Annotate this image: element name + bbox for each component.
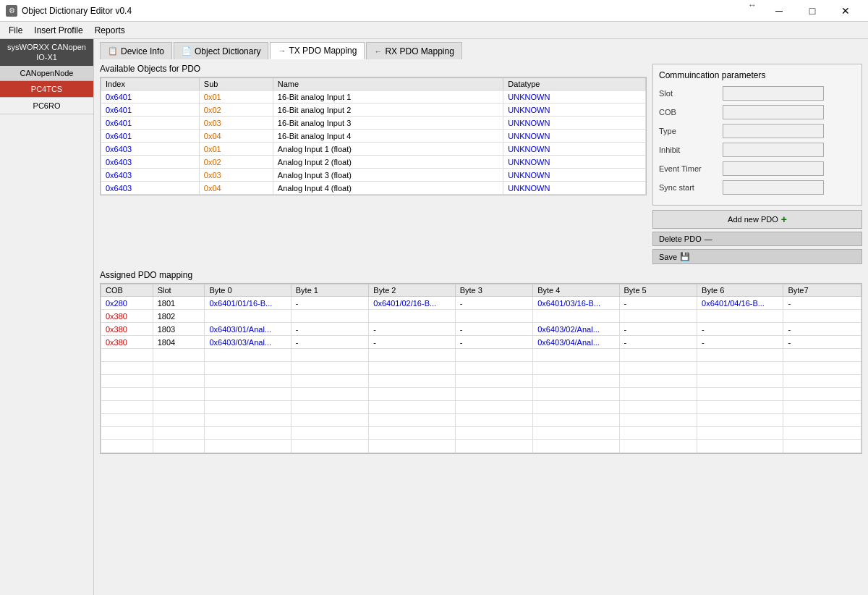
ao-sub: 0x02 bbox=[199, 156, 273, 169]
delete-pdo-button[interactable]: Delete PDO — bbox=[652, 232, 862, 246]
menu-bar: File Insert Profile Reports bbox=[0, 22, 868, 39]
slot-input[interactable] bbox=[723, 86, 824, 101]
ao-datatype: UNKNOWN bbox=[503, 90, 646, 104]
ao-sub: 0x04 bbox=[199, 130, 273, 143]
assigned-pdo-row[interactable] bbox=[101, 427, 861, 440]
available-object-row[interactable]: 0x6403 0x04 Analog Input 4 (float) UNKNO… bbox=[101, 182, 646, 195]
sync-start-input[interactable] bbox=[723, 180, 824, 195]
sidebar: sysWORXX CANopen IO-X1 CANopenNode PC4TC… bbox=[0, 39, 94, 595]
tx-pdo-icon: → bbox=[278, 46, 286, 55]
assigned-pdo-row[interactable] bbox=[101, 362, 861, 375]
ao-sub: 0x03 bbox=[199, 169, 273, 182]
save-icon: 💾 bbox=[680, 252, 690, 261]
ao-datatype: UNKNOWN bbox=[503, 156, 646, 169]
ap-slot: 1803 bbox=[153, 323, 205, 336]
menu-insert-profile[interactable]: Insert Profile bbox=[28, 24, 88, 37]
assigned-pdo-row[interactable] bbox=[101, 414, 861, 427]
assigned-pdo-row[interactable] bbox=[101, 388, 861, 401]
assigned-pdo-container: COBSlotByte 0Byte 1Byte 2Byte 3Byte 4Byt… bbox=[100, 283, 862, 454]
assigned-pdo-row[interactable]: 0x380 1804 0x6403/03/Anal... - - - 0x640… bbox=[101, 336, 861, 349]
add-new-pdo-button[interactable]: Add new PDO + bbox=[652, 210, 862, 229]
assigned-pdo-col-header: Byte 1 bbox=[291, 284, 369, 297]
ao-name: Analog Input 1 (float) bbox=[273, 143, 503, 156]
assigned-pdo-row[interactable] bbox=[101, 349, 861, 362]
cob-input[interactable] bbox=[723, 105, 824, 119]
ao-datatype: UNKNOWN bbox=[503, 104, 646, 117]
app-icon: ⚙ bbox=[6, 5, 17, 17]
ap-byte3: - bbox=[455, 323, 533, 336]
ao-index: 0x6401 bbox=[101, 117, 200, 130]
available-object-row[interactable]: 0x6401 0x01 16-Bit analog Input 1 UNKNOW… bbox=[101, 90, 646, 104]
ap-byte4: 0x6401/03/16-B... bbox=[533, 297, 619, 310]
available-object-row[interactable]: 0x6403 0x02 Analog Input 2 (float) UNKNO… bbox=[101, 156, 646, 169]
ao-index: 0x6403 bbox=[101, 182, 200, 195]
resize-icon: ↔ bbox=[748, 0, 757, 22]
param-row-cob: COB bbox=[659, 105, 856, 119]
ap-byte7: - bbox=[783, 323, 861, 336]
assigned-pdo-section: Assigned PDO mapping COBSlotByte 0Byte 1… bbox=[100, 270, 862, 454]
available-object-row[interactable]: 0x6403 0x01 Analog Input 1 (float) UNKNO… bbox=[101, 143, 646, 156]
assigned-pdo-row[interactable] bbox=[101, 375, 861, 388]
device-label: sysWORXX CANopen IO-X1 bbox=[0, 39, 93, 66]
assigned-pdo-col-header: Byte 2 bbox=[369, 284, 455, 297]
tab-rx-pdo-mapping[interactable]: ← RX PDO Mapping bbox=[366, 42, 461, 59]
ap-byte1: - bbox=[291, 336, 369, 349]
assigned-pdo-col-header: Byte7 bbox=[783, 284, 861, 297]
assigned-pdo-title: Assigned PDO mapping bbox=[100, 270, 862, 280]
ao-index: 0x6403 bbox=[101, 169, 200, 182]
menu-file[interactable]: File bbox=[3, 24, 28, 37]
available-object-row[interactable]: 0x6401 0x03 16-Bit analog Input 3 UNKNOW… bbox=[101, 117, 646, 130]
ao-datatype: UNKNOWN bbox=[503, 130, 646, 143]
sync-start-label: Sync start bbox=[659, 183, 717, 192]
available-objects-wrap: Available Objects for PDO Index Sub Name… bbox=[100, 64, 647, 264]
ap-byte2: 0x6401/02/16-B... bbox=[369, 297, 455, 310]
col-sub: Sub bbox=[199, 78, 273, 90]
ao-index: 0x6401 bbox=[101, 90, 200, 104]
assigned-pdo-row[interactable] bbox=[101, 440, 861, 453]
cob-label: COB bbox=[659, 108, 717, 117]
available-object-row[interactable]: 0x6403 0x03 Analog Input 3 (float) UNKNO… bbox=[101, 169, 646, 182]
available-object-row[interactable]: 0x6401 0x04 16-Bit analog Input 4 UNKNOW… bbox=[101, 130, 646, 143]
ao-sub: 0x01 bbox=[199, 143, 273, 156]
close-button[interactable]: ✕ bbox=[829, 0, 862, 22]
param-row-type: Type bbox=[659, 124, 856, 138]
save-label: Save bbox=[659, 253, 677, 261]
available-objects-title: Available Objects for PDO bbox=[100, 64, 647, 74]
tab-device-info[interactable]: 📋 Device Info bbox=[100, 42, 172, 59]
ap-byte1: - bbox=[291, 323, 369, 336]
type-label: Type bbox=[659, 127, 717, 135]
ap-byte6: - bbox=[697, 323, 783, 336]
assigned-pdo-row[interactable]: 0x380 1802 bbox=[101, 310, 861, 323]
assigned-pdo-col-header: Byte 5 bbox=[619, 284, 697, 297]
ao-name: 16-Bit analog Input 4 bbox=[273, 130, 503, 143]
ao-datatype: UNKNOWN bbox=[503, 182, 646, 195]
sidebar-item-pc6ro[interactable]: PC6RO bbox=[0, 98, 93, 114]
ap-byte3: - bbox=[455, 297, 533, 310]
param-row-sync-start: Sync start bbox=[659, 180, 856, 195]
assigned-pdo-row[interactable]: 0x380 1803 0x6403/01/Anal... - - - 0x640… bbox=[101, 323, 861, 336]
assigned-pdo-row[interactable]: 0x280 1801 0x6401/01/16-B... - 0x6401/02… bbox=[101, 297, 861, 310]
ao-sub: 0x04 bbox=[199, 182, 273, 195]
sidebar-item-pc4tcs[interactable]: PC4TCS bbox=[0, 81, 93, 98]
ap-slot: 1804 bbox=[153, 336, 205, 349]
buttons-row: Add new PDO + Delete PDO — Save 💾 bbox=[652, 210, 862, 264]
col-datatype: Datatype bbox=[503, 78, 646, 90]
assigned-pdo-row[interactable] bbox=[101, 401, 861, 414]
menu-reports[interactable]: Reports bbox=[89, 24, 131, 37]
rx-pdo-icon: ← bbox=[374, 47, 382, 56]
minimize-button[interactable]: ─ bbox=[762, 0, 796, 22]
ap-byte0: 0x6403/01/Anal... bbox=[205, 323, 291, 336]
ao-sub: 0x02 bbox=[199, 104, 273, 117]
inhibit-input[interactable] bbox=[723, 143, 824, 157]
maximize-button[interactable]: □ bbox=[796, 0, 829, 22]
inhibit-label: Inhibit bbox=[659, 145, 717, 154]
type-input[interactable] bbox=[723, 124, 824, 138]
event-timer-input[interactable] bbox=[723, 161, 824, 176]
ap-byte0: 0x6401/01/16-B... bbox=[205, 297, 291, 310]
available-object-row[interactable]: 0x6401 0x02 16-Bit analog Input 2 UNKNOW… bbox=[101, 104, 646, 117]
assigned-pdo-col-header: Byte 4 bbox=[533, 284, 619, 297]
save-button[interactable]: Save 💾 bbox=[652, 249, 862, 264]
tab-tx-pdo-mapping[interactable]: → TX PDO Mapping bbox=[270, 42, 365, 59]
tab-object-dictionary[interactable]: 📄 Object Dictionary bbox=[174, 42, 268, 59]
title-bar: ⚙ Object Dictionary Editor v0.4 ↔ ─ □ ✕ bbox=[0, 0, 868, 22]
